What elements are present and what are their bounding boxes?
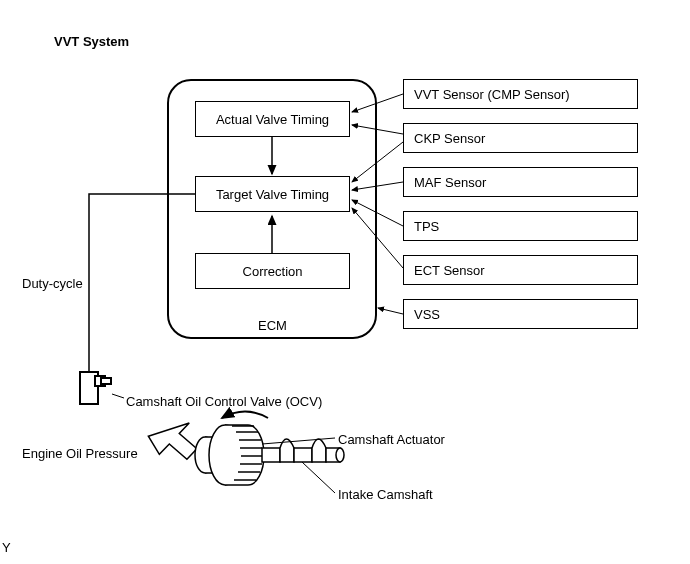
svg-line-3 <box>352 125 403 134</box>
svg-rect-11 <box>101 378 111 384</box>
svg-line-4 <box>352 142 403 182</box>
svg-rect-24 <box>294 448 312 462</box>
svg-line-2 <box>352 94 403 112</box>
svg-line-6 <box>352 200 403 226</box>
svg-rect-23 <box>262 448 280 462</box>
svg-point-26 <box>336 448 344 462</box>
camshaft-assembly-icon <box>195 412 344 486</box>
diagram-lines <box>0 0 690 564</box>
svg-line-8 <box>378 308 403 314</box>
oil-pressure-arrow-icon <box>146 416 201 460</box>
svg-line-5 <box>352 182 403 190</box>
ocv-icon <box>80 372 124 404</box>
svg-line-12 <box>112 394 124 398</box>
svg-line-7 <box>352 208 403 268</box>
svg-line-28 <box>302 462 335 493</box>
